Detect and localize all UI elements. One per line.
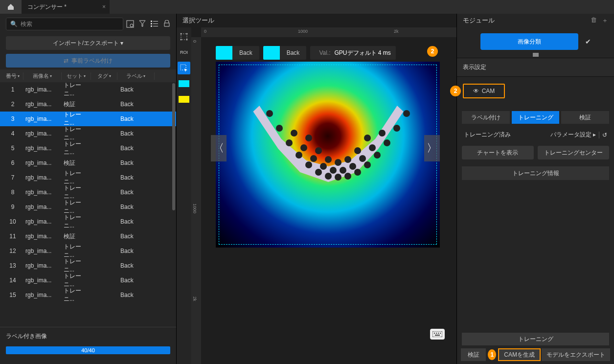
import-export-button[interactable]: インポート/エクスポート ▾ bbox=[6, 36, 170, 50]
image-classification-button[interactable]: 画像分類 bbox=[480, 33, 578, 50]
svg-rect-16 bbox=[436, 333, 437, 334]
training-info-title: トレーニング情報 bbox=[462, 166, 609, 180]
add-icon[interactable]: ＋ bbox=[602, 16, 608, 25]
col-name[interactable]: 画像名▾ bbox=[23, 72, 62, 80]
col-tag[interactable]: タグ▾ bbox=[91, 72, 117, 80]
next-image-button[interactable]: 〉 bbox=[424, 135, 440, 161]
selection-rectangle[interactable] bbox=[219, 65, 437, 245]
val-value: GPUデフォルト 4 ms bbox=[335, 49, 391, 57]
svg-point-10 bbox=[186, 33, 188, 35]
tool-transform[interactable] bbox=[178, 30, 190, 43]
prelabel-button[interactable]: ⇄ 事前ラベル付け bbox=[6, 54, 170, 68]
train-button[interactable]: トレーニング bbox=[462, 333, 609, 345]
progress-text: 40/40 bbox=[6, 346, 170, 354]
lock-icon[interactable] bbox=[163, 20, 170, 28]
display-settings-title: 表示設定 bbox=[457, 58, 614, 77]
document-tab[interactable]: コンデンサー * × bbox=[22, 0, 110, 14]
generate-cam-button[interactable]: CAMを生成 bbox=[498, 348, 541, 361]
image-preview[interactable] bbox=[216, 62, 440, 248]
funnel-icon[interactable] bbox=[139, 20, 146, 28]
svg-point-1 bbox=[130, 24, 133, 27]
badge-predicted: Back bbox=[216, 46, 259, 60]
svg-point-9 bbox=[181, 33, 182, 35]
search-icon: 🔍 bbox=[10, 21, 18, 27]
cam-toggle-button[interactable]: 👁 CAM bbox=[463, 84, 505, 98]
tab-training[interactable]: トレーニング bbox=[512, 111, 560, 124]
canvas[interactable]: 0 1000 2k 0 1000 2k Back bbox=[191, 27, 456, 364]
home-button[interactable] bbox=[0, 0, 22, 14]
export-model-button[interactable]: モデルをエクスポート bbox=[542, 348, 610, 361]
titlebar: コンデンサー * × bbox=[0, 0, 614, 14]
col-set[interactable]: セット▾ bbox=[62, 72, 91, 80]
prev-image-button[interactable]: 〈 bbox=[211, 135, 227, 161]
col-label[interactable]: ラベル▾ bbox=[117, 72, 155, 80]
table-row[interactable]: 9rgb_ima...トレーニ...Back bbox=[0, 200, 176, 214]
table-row[interactable]: 5rgb_ima...トレーニ...Back bbox=[0, 141, 176, 156]
svg-rect-19 bbox=[435, 335, 440, 336]
table-row[interactable]: 4rgb_ima...トレーニ...Back bbox=[0, 126, 176, 141]
list-icon[interactable] bbox=[151, 20, 159, 28]
tool-roi[interactable]: ROI bbox=[178, 46, 190, 59]
close-icon[interactable]: × bbox=[102, 3, 106, 10]
cam-label: CAM bbox=[482, 88, 495, 94]
connector bbox=[457, 53, 614, 58]
history-icon[interactable]: ↺ bbox=[602, 132, 607, 138]
eye-icon: 👁 bbox=[473, 88, 479, 94]
image-table[interactable]: 1rgb_ima...トレーニ...Back2rgb_ima...検証Back3… bbox=[0, 82, 176, 327]
validate-button[interactable]: 検証 bbox=[461, 348, 486, 361]
center-title: 選択ツール bbox=[177, 14, 456, 27]
progress-section: ラベル付き画像 40/40 bbox=[0, 327, 176, 364]
table-row[interactable]: 1rgb_ima...トレーニ...Back bbox=[0, 82, 176, 97]
col-number[interactable]: 番号▾ bbox=[2, 72, 23, 80]
labeled-images-label: ラベル付き画像 bbox=[6, 332, 170, 341]
table-row[interactable]: 7rgb_ima...トレーニ...Back bbox=[0, 170, 176, 185]
show-chart-button[interactable]: チャートを表示 bbox=[462, 146, 534, 159]
check-icon[interactable]: ✔ bbox=[585, 38, 591, 46]
filter-image-icon[interactable] bbox=[126, 20, 134, 28]
callout-2-right: 2 bbox=[450, 86, 461, 96]
table-row[interactable]: 13rgb_ima...トレーニ...Back bbox=[0, 258, 176, 273]
svg-rect-5 bbox=[153, 23, 158, 24]
svg-point-12 bbox=[186, 39, 188, 41]
search-input[interactable]: 🔍 検索 bbox=[6, 18, 123, 30]
table-row[interactable]: 14rgb_ima...トレーニ...Back bbox=[0, 273, 176, 288]
delete-icon[interactable]: 🗑 bbox=[591, 16, 597, 25]
svg-rect-2 bbox=[151, 21, 152, 22]
callout-2: 2 bbox=[427, 46, 438, 57]
table-row[interactable]: 8rgb_ima...トレーニ...Back bbox=[0, 185, 176, 200]
table-row[interactable]: 2rgb_ima...検証Back bbox=[0, 97, 176, 112]
scrollbar[interactable] bbox=[172, 83, 175, 210]
swatch-cyan[interactable] bbox=[178, 77, 190, 90]
tool-select[interactable] bbox=[178, 62, 190, 74]
module-label: モジュール bbox=[463, 16, 495, 25]
table-row[interactable]: 11rgb_ima...検証Back bbox=[0, 229, 176, 244]
tab-validation[interactable]: 検証 bbox=[561, 111, 609, 124]
svg-rect-7 bbox=[153, 26, 158, 26]
keyboard-icon[interactable] bbox=[430, 329, 445, 340]
prelabel-label: 事前ラベル付け bbox=[71, 57, 113, 65]
svg-rect-18 bbox=[440, 333, 441, 334]
ruler-horizontal: 0 1000 2k bbox=[201, 27, 456, 37]
tool-sidebar: ROI bbox=[177, 27, 191, 364]
table-row[interactable]: 3rgb_ima...トレーニ...Back bbox=[0, 112, 176, 126]
callout-1: 1 bbox=[488, 349, 496, 360]
table-row[interactable]: 15rgb_ima...トレーニ...Back bbox=[0, 288, 176, 302]
svg-rect-6 bbox=[151, 25, 152, 27]
table-row[interactable]: 10rgb_ima...トレーニ...Back bbox=[0, 214, 176, 229]
val-badge: Val.: GPUデフォルト 4 ms bbox=[310, 46, 395, 60]
left-panel: 🔍 検索 インポート/エクスポート ▾ ⇄ 事前ラベル付け 番号▾ 画像名▾ セ… bbox=[0, 14, 176, 364]
table-row[interactable]: 6rgb_ima...検証Back bbox=[0, 156, 176, 170]
svg-rect-3 bbox=[153, 21, 158, 22]
param-settings-link[interactable]: パラメータ設定 ▸ bbox=[550, 131, 596, 139]
svg-rect-8 bbox=[181, 34, 187, 40]
search-placeholder: 検索 bbox=[21, 20, 32, 28]
sub-tabs: ラベル付け トレーニング 検証 bbox=[462, 111, 609, 124]
training-center-button[interactable]: トレーニングセンター bbox=[538, 146, 610, 159]
badge-text-1: Back bbox=[232, 46, 259, 60]
badge-groundtruth: Back bbox=[263, 46, 307, 60]
svg-rect-15 bbox=[434, 333, 435, 334]
swatch-yellow[interactable] bbox=[178, 93, 190, 106]
table-row[interactable]: 12rgb_ima...トレーニ...Back bbox=[0, 244, 176, 258]
tab-labeling[interactable]: ラベル付け bbox=[462, 111, 510, 124]
progress-bar: 40/40 bbox=[6, 346, 170, 354]
